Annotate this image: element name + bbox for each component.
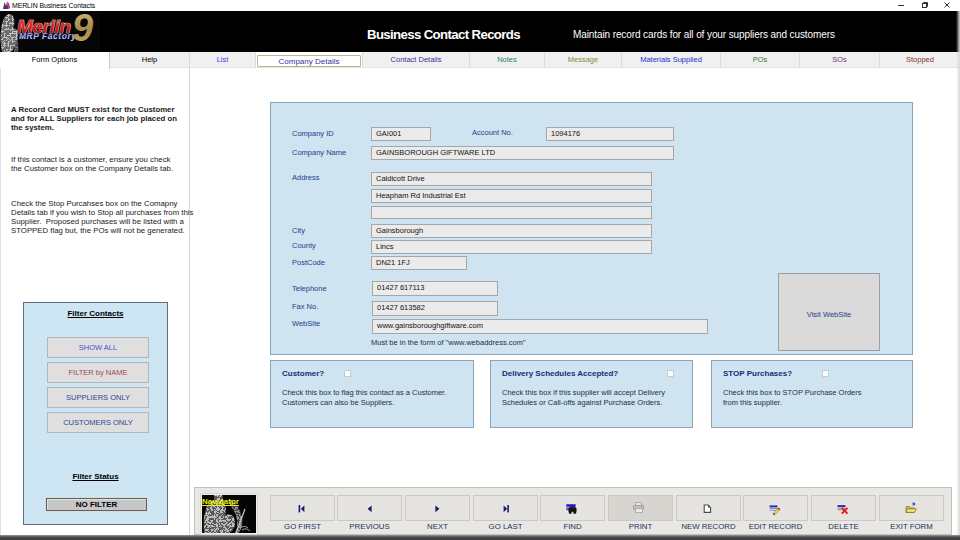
svg-text:MRP Factory: MRP Factory — [19, 31, 77, 41]
svg-text:9: 9 — [72, 11, 93, 49]
